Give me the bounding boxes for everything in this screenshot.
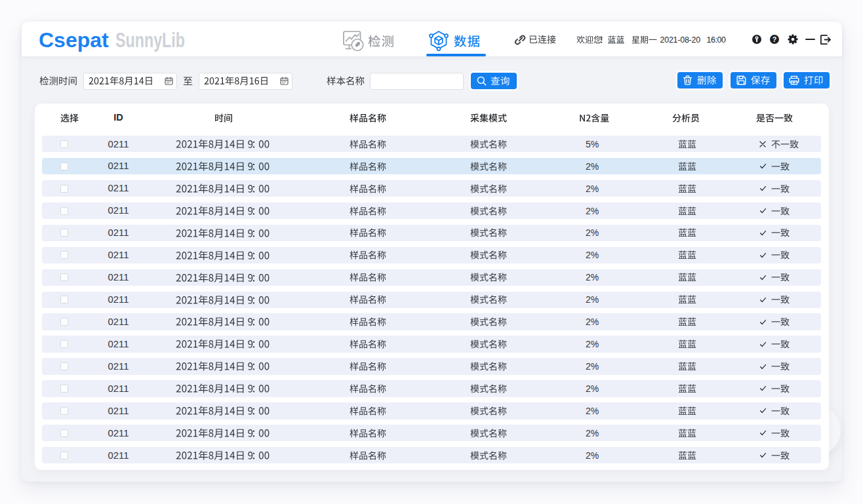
svg-text:?: ? <box>773 35 776 43</box>
